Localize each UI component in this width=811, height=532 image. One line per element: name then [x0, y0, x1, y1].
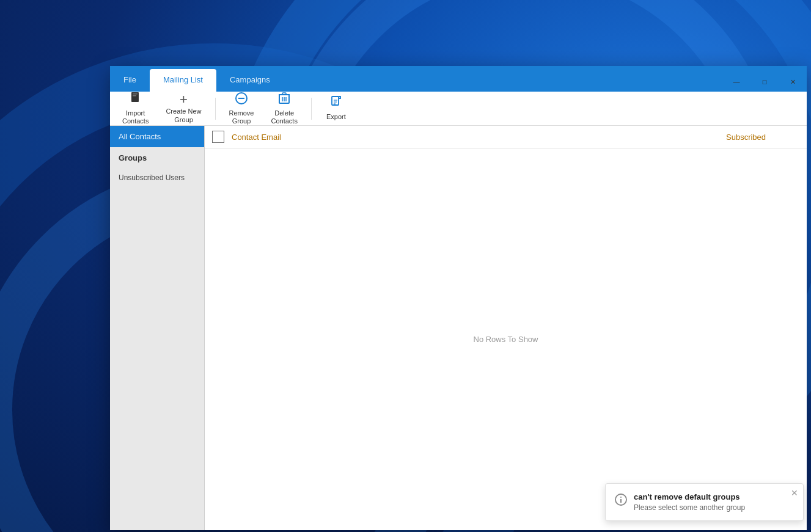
column-header-email: Contact Email: [232, 133, 719, 142]
toast-close-button[interactable]: ✕: [791, 489, 798, 497]
sidebar-item-unsubscribed-users[interactable]: Unsubscribed Users: [110, 169, 204, 187]
create-group-icon: +: [180, 93, 188, 106]
tab-mailing-list[interactable]: Mailing List: [150, 69, 216, 92]
import-contacts-label: ImportContacts: [122, 109, 149, 125]
select-all-checkbox[interactable]: [212, 131, 224, 143]
toolbar-separator-2: [311, 98, 312, 120]
close-button[interactable]: ✕: [779, 72, 807, 92]
tab-bar: File Mailing List Campaigns — □ ✕: [110, 66, 807, 92]
svg-rect-2: [133, 95, 136, 97]
toast-icon: [614, 493, 628, 509]
toast-title: can't remove default groups: [634, 492, 781, 501]
sidebar: All Contacts Groups Unsubscribed Users: [110, 126, 205, 530]
app-window: File Mailing List Campaigns — □ ✕ Import…: [110, 66, 807, 530]
minimize-button[interactable]: —: [722, 72, 750, 92]
export-button[interactable]: Export: [318, 94, 354, 123]
create-new-group-button[interactable]: + Create NewGroup: [158, 94, 208, 123]
notification-toast: can't remove default groups Please selec…: [605, 483, 804, 521]
tab-campaigns[interactable]: Campaigns: [216, 69, 284, 92]
empty-state: No Rows To Show: [205, 148, 807, 530]
maximize-button[interactable]: □: [750, 72, 779, 92]
delete-contacts-button[interactable]: DeleteContacts: [263, 94, 304, 123]
sidebar-item-all-contacts[interactable]: All Contacts: [110, 126, 204, 147]
column-header-subscribed: Subscribed: [726, 133, 799, 142]
import-contacts-icon: [130, 92, 142, 108]
create-new-group-label: Create NewGroup: [166, 107, 201, 123]
table-header: Contact Email Subscribed: [205, 126, 807, 148]
delete-contacts-label: DeleteContacts: [271, 109, 297, 125]
empty-message: No Rows To Show: [474, 335, 538, 344]
export-label: Export: [326, 113, 346, 121]
main-content: Contact Email Subscribed No Rows To Show: [205, 126, 807, 530]
toast-message: Please select some another group: [634, 503, 781, 512]
content-area: All Contacts Groups Unsubscribed Users C…: [110, 126, 807, 530]
toolbar-separator-1: [215, 98, 216, 120]
import-contacts-button[interactable]: ImportContacts: [115, 94, 156, 123]
remove-group-button[interactable]: RemoveGroup: [222, 94, 262, 123]
toast-content: can't remove default groups Please selec…: [634, 492, 781, 512]
svg-rect-7: [282, 93, 286, 95]
delete-contacts-icon: [278, 92, 290, 108]
remove-group-icon: [235, 92, 248, 108]
svg-rect-1: [133, 93, 138, 95]
tab-file[interactable]: File: [110, 69, 150, 92]
sidebar-groups-header: Groups: [110, 147, 204, 169]
export-icon: [330, 95, 342, 112]
toolbar: ImportContacts + Create NewGroup RemoveG…: [110, 92, 807, 126]
remove-group-label: RemoveGroup: [229, 109, 254, 125]
svg-point-16: [620, 497, 622, 498]
